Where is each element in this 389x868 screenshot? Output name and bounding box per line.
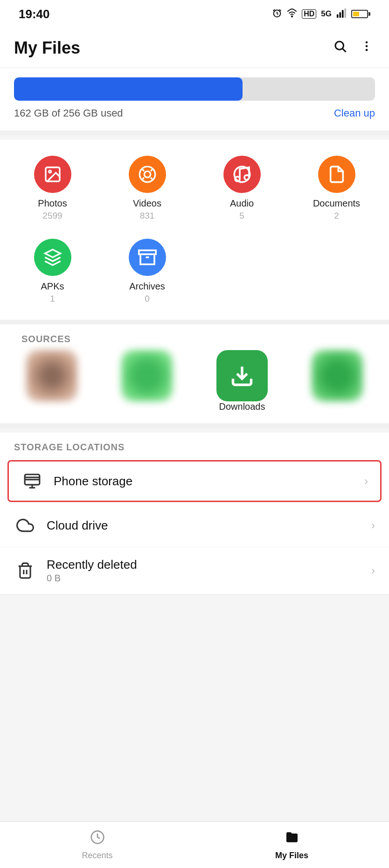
phone-storage-name: Phone storage	[54, 474, 364, 489]
status-time: 19:40	[19, 7, 50, 21]
storage-locations-label: STORAGE LOCATIONS	[0, 433, 389, 458]
hd-icon: HD	[302, 9, 316, 19]
category-apks[interactable]: APKs 1	[7, 232, 97, 310]
videos-icon-wrap	[129, 156, 166, 193]
cloud-drive-chevron: ›	[371, 519, 375, 532]
recently-deleted-icon	[14, 559, 36, 582]
apks-count: 1	[50, 294, 55, 304]
svg-line-17	[142, 178, 144, 180]
archives-count: 0	[145, 294, 150, 304]
downloads-label: Downloads	[219, 401, 265, 412]
category-audio[interactable]: Audio 5	[197, 149, 287, 227]
category-photos[interactable]: Photos 2599	[7, 149, 97, 227]
recently-deleted-chevron: ›	[371, 564, 375, 577]
sources-label: SOURCES	[7, 324, 382, 350]
source-item-downloads[interactable]: Downloads	[198, 350, 286, 412]
apks-icon-wrap	[34, 239, 71, 276]
storage-used-text: 162 GB of 256 GB used	[14, 107, 123, 119]
source-item-1[interactable]	[7, 350, 96, 412]
svg-point-1	[292, 16, 292, 17]
nav-my-files[interactable]: My Files	[194, 822, 389, 868]
svg-line-16	[151, 169, 153, 171]
page-title: My Files	[14, 38, 80, 58]
cloud-drive-text: Cloud drive	[47, 518, 371, 533]
svg-point-20	[235, 177, 240, 181]
svg-point-14	[144, 171, 150, 177]
5g-icon: 5G	[321, 9, 332, 19]
recents-label: Recents	[82, 851, 112, 861]
svg-point-6	[335, 41, 344, 50]
svg-line-7	[343, 49, 346, 52]
my-files-icon	[285, 830, 299, 848]
audio-count: 5	[239, 211, 244, 221]
bottom-nav: Recents My Files	[0, 821, 389, 868]
photos-label: Photos	[38, 198, 67, 209]
status-bar: 19:40 HD 5G	[0, 0, 389, 28]
cloud-drive-name: Cloud drive	[47, 518, 371, 533]
divider-2	[0, 320, 389, 324]
alarm-icon	[272, 8, 282, 21]
storage-locations-section: STORAGE LOCATIONS Phone storage › Cloud …	[0, 433, 389, 594]
phone-storage-item[interactable]: Phone storage ›	[7, 460, 382, 502]
videos-label: Videos	[133, 198, 161, 209]
downloads-icon-wrap	[216, 350, 268, 401]
storage-info: 162 GB of 256 GB used Clean up	[14, 107, 375, 119]
my-files-label: My Files	[275, 851, 308, 861]
categories-grid-row2: APKs 1 Archives 0	[7, 232, 382, 310]
recently-deleted-item[interactable]: Recently deleted 0 B ›	[0, 547, 389, 594]
categories-grid-row1: Photos 2599 Videos 831	[7, 149, 382, 227]
storage-section: 162 GB of 256 GB used Clean up	[0, 68, 389, 131]
documents-label: Documents	[313, 198, 360, 209]
phone-storage-chevron: ›	[364, 475, 368, 488]
storage-bar-container	[14, 77, 375, 101]
nav-recents[interactable]: Recents	[0, 822, 194, 868]
source-icon-1	[26, 350, 77, 401]
documents-count: 2	[334, 211, 339, 221]
svg-point-12	[49, 171, 51, 173]
recently-deleted-text: Recently deleted 0 B	[47, 558, 371, 584]
archives-label: Archives	[129, 281, 165, 292]
svg-rect-22	[139, 250, 156, 254]
svg-rect-5	[344, 8, 346, 17]
recents-icon	[90, 830, 105, 848]
cloud-drive-icon	[14, 514, 36, 537]
storage-bar-fill	[14, 77, 243, 101]
svg-rect-4	[342, 10, 344, 18]
audio-icon-wrap	[223, 156, 261, 193]
header-actions	[331, 37, 375, 58]
archives-icon-wrap	[129, 239, 166, 276]
search-button[interactable]	[331, 37, 349, 58]
battery-icon	[351, 10, 370, 18]
source-icon-4	[312, 350, 363, 401]
svg-point-10	[366, 49, 368, 51]
videos-count: 831	[140, 211, 155, 221]
svg-point-9	[366, 45, 368, 48]
category-documents[interactable]: Documents 2	[292, 149, 382, 227]
signal-icon	[336, 8, 347, 21]
source-icon-2	[121, 350, 173, 401]
svg-point-8	[366, 41, 368, 44]
apks-label: APKs	[41, 281, 64, 292]
documents-icon-wrap	[318, 156, 355, 193]
svg-rect-2	[337, 14, 339, 17]
recently-deleted-sub: 0 B	[47, 573, 371, 584]
audio-label: Audio	[230, 198, 254, 209]
category-archives[interactable]: Archives 0	[102, 232, 192, 310]
phone-storage-icon	[21, 470, 43, 492]
status-icons: HD 5G	[272, 8, 370, 21]
svg-line-18	[151, 178, 153, 180]
photos-icon-wrap	[34, 156, 71, 193]
cleanup-button[interactable]: Clean up	[334, 107, 375, 119]
source-item-4[interactable]	[293, 350, 382, 412]
svg-line-15	[142, 169, 144, 171]
sources-section: SOURCES Downloads	[0, 324, 389, 423]
svg-rect-3	[339, 12, 341, 18]
category-videos[interactable]: Videos 831	[102, 149, 192, 227]
divider-3	[0, 423, 389, 428]
more-options-button[interactable]	[358, 38, 375, 58]
cloud-drive-item[interactable]: Cloud drive ›	[0, 504, 389, 547]
recently-deleted-name: Recently deleted	[47, 558, 371, 572]
photos-count: 2599	[42, 211, 62, 221]
svg-point-21	[244, 175, 249, 180]
source-item-2[interactable]	[103, 350, 191, 412]
